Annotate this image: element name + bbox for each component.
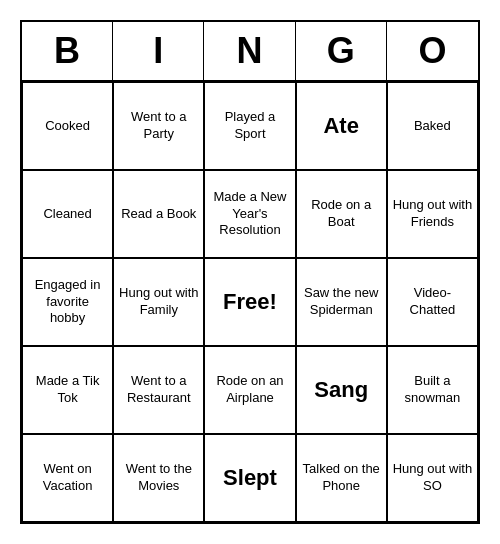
bingo-cell-10[interactable]: Engaged in favorite hobby: [22, 258, 113, 346]
bingo-cell-17[interactable]: Rode on an Airplane: [204, 346, 295, 434]
bingo-letter-o: O: [387, 22, 478, 80]
bingo-cell-21[interactable]: Went to the Movies: [113, 434, 204, 522]
bingo-cell-7[interactable]: Made a New Year's Resolution: [204, 170, 295, 258]
bingo-cell-24[interactable]: Hung out with SO: [387, 434, 478, 522]
bingo-cell-19[interactable]: Built a snowman: [387, 346, 478, 434]
bingo-cell-18[interactable]: Sang: [296, 346, 387, 434]
bingo-cell-15[interactable]: Made a Tik Tok: [22, 346, 113, 434]
bingo-cell-12[interactable]: Free!: [204, 258, 295, 346]
bingo-cell-3[interactable]: Ate: [296, 82, 387, 170]
bingo-letter-n: N: [204, 22, 295, 80]
bingo-cell-23[interactable]: Talked on the Phone: [296, 434, 387, 522]
bingo-letter-b: B: [22, 22, 113, 80]
bingo-cell-9[interactable]: Hung out with Friends: [387, 170, 478, 258]
bingo-letter-g: G: [296, 22, 387, 80]
bingo-cell-14[interactable]: Video-Chatted: [387, 258, 478, 346]
bingo-cell-0[interactable]: Cooked: [22, 82, 113, 170]
bingo-cell-8[interactable]: Rode on a Boat: [296, 170, 387, 258]
bingo-cell-2[interactable]: Played a Sport: [204, 82, 295, 170]
bingo-cell-1[interactable]: Went to a Party: [113, 82, 204, 170]
bingo-cell-5[interactable]: Cleaned: [22, 170, 113, 258]
bingo-cell-13[interactable]: Saw the new Spiderman: [296, 258, 387, 346]
bingo-letter-i: I: [113, 22, 204, 80]
bingo-card: BINGO CookedWent to a PartyPlayed a Spor…: [20, 20, 480, 524]
bingo-cell-20[interactable]: Went on Vacation: [22, 434, 113, 522]
bingo-cell-22[interactable]: Slept: [204, 434, 295, 522]
bingo-cell-16[interactable]: Went to a Restaurant: [113, 346, 204, 434]
bingo-grid: CookedWent to a PartyPlayed a SportAteBa…: [22, 82, 478, 522]
bingo-cell-6[interactable]: Read a Book: [113, 170, 204, 258]
bingo-header: BINGO: [22, 22, 478, 82]
bingo-cell-11[interactable]: Hung out with Family: [113, 258, 204, 346]
bingo-cell-4[interactable]: Baked: [387, 82, 478, 170]
